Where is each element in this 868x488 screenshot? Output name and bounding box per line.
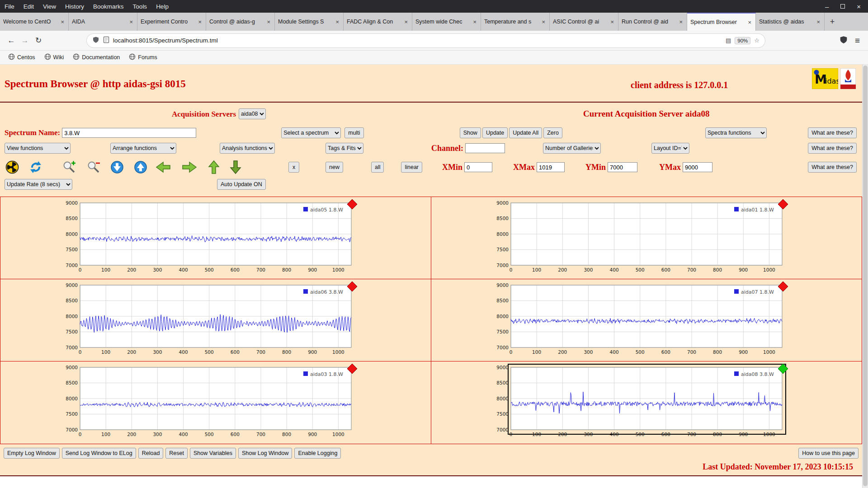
- update-rate-select[interactable]: Update Rate (8 secs): [5, 179, 72, 190]
- spectrum-panel[interactable]: 7000750080008500900001002003004005006007…: [431, 197, 862, 279]
- tab-close-icon[interactable]: ×: [816, 19, 821, 25]
- spectrum-panel[interactable]: 7000750080008500900001002003004005006007…: [431, 361, 862, 444]
- refresh-icon[interactable]: [29, 160, 42, 174]
- tab-close-icon[interactable]: ×: [609, 19, 615, 25]
- page-info-icon[interactable]: [103, 36, 109, 45]
- menu-view[interactable]: View: [38, 0, 61, 13]
- acquisition-server-select[interactable]: aida08: [239, 108, 266, 119]
- enable-logging-button[interactable]: Enable Logging: [294, 448, 341, 459]
- spectrum-panel[interactable]: 7000750080008500900001002003004005006007…: [431, 279, 862, 361]
- multi-button[interactable]: multi: [344, 127, 363, 138]
- what-are-these-button[interactable]: What are these?: [808, 143, 857, 154]
- arrange-functions-select[interactable]: Arrange functions: [110, 143, 176, 154]
- menu-history[interactable]: History: [61, 0, 89, 13]
- reload-icon[interactable]: ↻: [32, 34, 45, 47]
- channel-input[interactable]: [465, 143, 505, 153]
- send-log-to-elog-button[interactable]: Send Log Window to ELog: [62, 448, 136, 459]
- spectra-functions-select[interactable]: Spectra functions: [705, 127, 767, 138]
- new-button[interactable]: new: [326, 162, 343, 173]
- all-button[interactable]: all: [371, 162, 384, 173]
- tags-fits-select[interactable]: Tags & Fits: [326, 143, 363, 154]
- scrollbar-thumb[interactable]: [863, 66, 868, 486]
- page-scrollbar[interactable]: [862, 65, 868, 488]
- xmin-input[interactable]: [464, 162, 492, 172]
- what-are-these-button[interactable]: What are these?: [808, 127, 857, 138]
- xmax-input[interactable]: [537, 162, 565, 172]
- tab-close-icon[interactable]: ×: [747, 19, 752, 26]
- menu-help[interactable]: Help: [151, 0, 173, 13]
- menu-file[interactable]: File: [0, 0, 19, 13]
- extension-shield-icon[interactable]: [840, 36, 848, 46]
- minimize-icon[interactable]: –: [825, 3, 829, 10]
- tab-close-icon[interactable]: ×: [60, 19, 65, 25]
- bookmark-centos[interactable]: Centos: [5, 52, 39, 63]
- radiation-icon[interactable]: [5, 160, 19, 174]
- tab-close-icon[interactable]: ×: [403, 19, 409, 25]
- zoom-level-badge[interactable]: 90%: [735, 37, 750, 44]
- ymin-input[interactable]: [608, 162, 637, 172]
- new-tab-button[interactable]: +: [825, 13, 840, 31]
- bookmark-documentation[interactable]: Documentation: [69, 52, 123, 63]
- forward-icon[interactable]: →: [18, 34, 32, 47]
- url-text[interactable]: localhost:8015/Spectrum/Spectrum.tml: [113, 37, 722, 44]
- empty-log-window-button[interactable]: Empty Log Window: [4, 448, 60, 459]
- tab-asic-control[interactable]: ASIC Control @ ai×: [550, 13, 618, 31]
- tab-control-aidas[interactable]: Control @ aidas-g×: [206, 13, 275, 31]
- auto-update-button[interactable]: Auto Update ON: [217, 179, 266, 190]
- tab-close-icon[interactable]: ×: [335, 19, 340, 25]
- update-button[interactable]: Update: [482, 127, 508, 138]
- spectrum-panel[interactable]: 7000750080008500900001002003004005006007…: [0, 361, 431, 444]
- spectrum-panel[interactable]: 7000750080008500900001002003004005006007…: [0, 197, 431, 279]
- reader-mode-icon[interactable]: ▤: [726, 37, 731, 44]
- tab-system-wide-check[interactable]: System wide Chec×: [412, 13, 481, 31]
- number-of-galleries-select[interactable]: Number of Galleries: [543, 143, 601, 154]
- analysis-functions-select[interactable]: Analysis functions: [220, 143, 275, 154]
- expand-up-icon[interactable]: [134, 160, 147, 174]
- tab-experiment-control[interactable]: Experiment Contro×: [137, 13, 206, 31]
- zoom-out-icon[interactable]: [87, 160, 100, 174]
- expand-down-icon[interactable]: [110, 160, 124, 174]
- bookmark-star-icon[interactable]: ☆: [754, 37, 760, 44]
- tab-welcome-centos[interactable]: Welcome to CentO×: [0, 13, 69, 31]
- reload-button[interactable]: Reload: [138, 448, 164, 459]
- spectrum-name-input[interactable]: [62, 128, 196, 138]
- bookmark-wiki[interactable]: Wiki: [41, 52, 68, 63]
- url-bar[interactable]: localhost:8015/Spectrum/Spectrum.tml ▤ 9…: [87, 34, 765, 47]
- menu-bookmarks[interactable]: Bookmarks: [89, 0, 128, 13]
- tab-close-icon[interactable]: ×: [197, 19, 203, 25]
- window-close-icon[interactable]: ×: [857, 3, 861, 10]
- show-button[interactable]: Show: [460, 127, 481, 138]
- tab-run-control[interactable]: Run Control @ aid×: [618, 13, 687, 31]
- select-a-spectrum[interactable]: Select a spectrum: [281, 127, 341, 138]
- tab-fadc-align[interactable]: FADC Align & Con×: [344, 13, 412, 31]
- hamburger-menu-icon[interactable]: ≡: [855, 36, 860, 46]
- spectrum-panel[interactable]: 7000750080008500900001002003004005006007…: [0, 279, 431, 361]
- tab-close-icon[interactable]: ×: [541, 19, 546, 25]
- menu-tools[interactable]: Tools: [128, 0, 152, 13]
- tab-close-icon[interactable]: ×: [472, 19, 477, 25]
- zero-button[interactable]: Zero: [543, 127, 562, 138]
- maximize-icon[interactable]: [840, 4, 845, 9]
- zoom-in-icon[interactable]: [62, 160, 76, 174]
- linear-button[interactable]: linear: [401, 162, 422, 173]
- arrow-left-icon[interactable]: [156, 161, 171, 173]
- menu-edit[interactable]: Edit: [19, 0, 38, 13]
- show-log-window-button[interactable]: Show Log Window: [238, 448, 292, 459]
- reset-button[interactable]: Reset: [165, 448, 188, 459]
- what-are-these-button[interactable]: What are these?: [808, 162, 857, 173]
- view-functions-select[interactable]: View functions: [5, 143, 71, 154]
- tab-close-icon[interactable]: ×: [128, 19, 134, 25]
- show-variables-button[interactable]: Show Variables: [190, 448, 236, 459]
- arrow-down-icon[interactable]: [230, 160, 241, 174]
- arrow-right-icon[interactable]: [182, 161, 197, 173]
- shield-icon[interactable]: [92, 36, 99, 45]
- layout-id-select[interactable]: Layout ID=7: [651, 143, 689, 154]
- arrow-up-icon[interactable]: [208, 160, 220, 174]
- how-to-use-button[interactable]: How to use this page: [798, 448, 859, 459]
- tab-temperature[interactable]: Temperature and s×: [481, 13, 550, 31]
- back-icon[interactable]: ←: [5, 34, 18, 47]
- tab-statistics[interactable]: Statistics @ aidas×: [756, 13, 825, 31]
- tab-close-icon[interactable]: ×: [266, 19, 271, 25]
- tab-spectrum-browser[interactable]: Spectrum Browser×: [687, 13, 756, 31]
- bookmark-forums[interactable]: Forums: [125, 52, 160, 63]
